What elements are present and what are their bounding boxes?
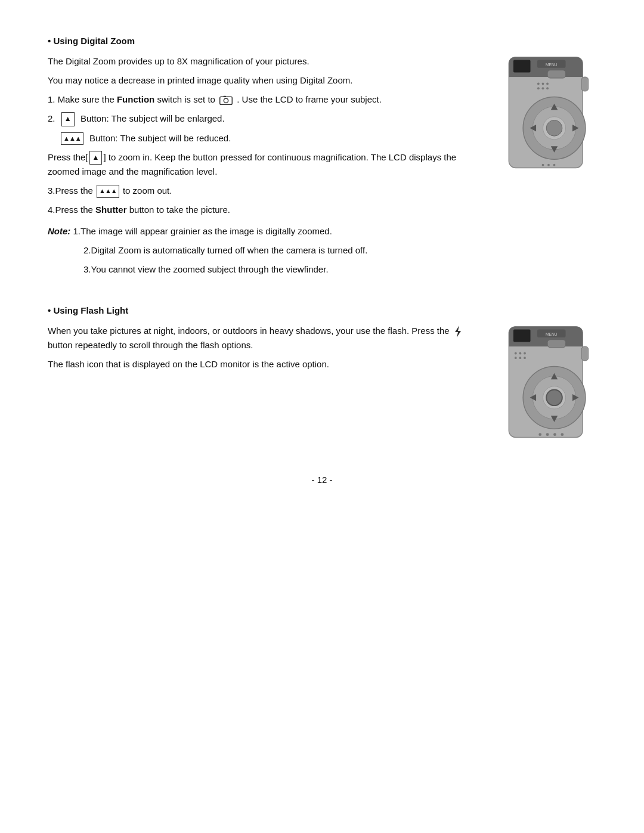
page-number: - 12 - [48, 475, 596, 485]
svg-point-23 [546, 120, 562, 136]
svg-point-13 [537, 87, 540, 89]
svg-rect-0 [220, 97, 233, 104]
svg-point-53 [561, 433, 564, 436]
step-2a: 2. ▲ Button: The subject will be enlarge… [48, 112, 483, 126]
svg-rect-8 [513, 60, 531, 73]
zoom-in-icon-label: ▲ [61, 112, 75, 126]
step-4: 4.Press the Shutter button to take the p… [48, 203, 483, 217]
camera-svg-2: MENU [501, 324, 596, 443]
svg-point-38 [524, 352, 526, 355]
svg-point-1 [224, 98, 228, 103]
section-digital-zoom: Using Digital Zoom The Digital Zoom prov… [48, 36, 596, 281]
camera-image-flash-light: MENU [501, 324, 596, 445]
zoom-out-icon-label: ▲▲▲ [61, 132, 83, 145]
svg-point-40 [519, 357, 521, 359]
section-flash-light: Using Flash Light When you take pictures… [48, 305, 596, 445]
step-2b: ▲▲▲ Button: The subject will be reduced. [60, 131, 483, 145]
svg-point-24 [542, 164, 544, 166]
svg-point-37 [519, 352, 521, 355]
svg-rect-34 [513, 330, 531, 342]
svg-point-49 [546, 390, 562, 406]
note-section-digital-zoom: Note: 1.The image will appear grainier a… [48, 224, 483, 277]
svg-point-39 [515, 357, 517, 359]
svg-point-25 [547, 164, 550, 166]
svg-point-15 [546, 87, 549, 89]
step-3: 3.Press the ▲▲▲ to zoom out. [48, 184, 483, 198]
section-body-digital-zoom: The Digital Zoom provides up to 8X magni… [48, 54, 596, 281]
note-2: 2.Digital Zoom is automatically turned o… [83, 243, 483, 258]
svg-text:MENU: MENU [546, 332, 558, 336]
svg-point-11 [542, 83, 544, 85]
note-label: Note: 1.The image will appear grainier a… [48, 224, 483, 239]
flash-light-text: When you take pictures at night, indoors… [48, 324, 483, 376]
svg-point-50 [538, 433, 541, 436]
step-1: 1. Make sure the Function switch is set … [48, 92, 483, 107]
intro-paragraph-1: The Digital Zoom provides up to 8X magni… [48, 54, 483, 69]
svg-point-52 [553, 433, 556, 436]
section-header-flash-light: Using Flash Light [48, 305, 596, 315]
svg-text:MENU: MENU [546, 63, 558, 67]
zoom-in-bracket-icon: ▲ [89, 151, 103, 165]
svg-point-26 [553, 164, 556, 166]
zoom-out-bracket-icon: ▲▲▲ [97, 185, 119, 198]
svg-rect-9 [547, 70, 565, 78]
note-3: 3.You cannot view the zoomed subject thr… [83, 262, 483, 277]
svg-point-41 [524, 357, 526, 359]
step-press-zoom-in: Press the[▲] to zoom in. Keep the button… [48, 150, 483, 179]
svg-point-10 [537, 83, 540, 85]
svg-rect-27 [581, 77, 588, 91]
camera-svg-1: MENU [501, 54, 596, 174]
section-body-flash-light: When you take pictures at night, indoors… [48, 324, 596, 445]
digital-zoom-text: The Digital Zoom provides up to 8X magni… [48, 54, 483, 281]
page-container: Using Digital Zoom The Digital Zoom prov… [48, 36, 596, 485]
svg-point-36 [515, 352, 517, 355]
svg-rect-35 [547, 340, 565, 348]
flash-paragraph-1: When you take pictures at night, indoors… [48, 324, 483, 352]
intro-paragraph-2: You may notice a decrease in printed ima… [48, 73, 483, 88]
flash-bolt-icon [454, 326, 462, 337]
section-header-digital-zoom: Using Digital Zoom [48, 36, 596, 46]
svg-rect-2 [224, 96, 226, 97]
svg-point-14 [542, 87, 544, 89]
svg-point-12 [546, 83, 549, 85]
svg-rect-54 [581, 346, 588, 361]
camera-image-digital-zoom: MENU [501, 54, 596, 175]
svg-point-51 [546, 433, 549, 436]
svg-marker-28 [455, 326, 461, 337]
flash-paragraph-2: The flash icon that is displayed on the … [48, 357, 483, 371]
camera-mode-icon [219, 95, 233, 106]
